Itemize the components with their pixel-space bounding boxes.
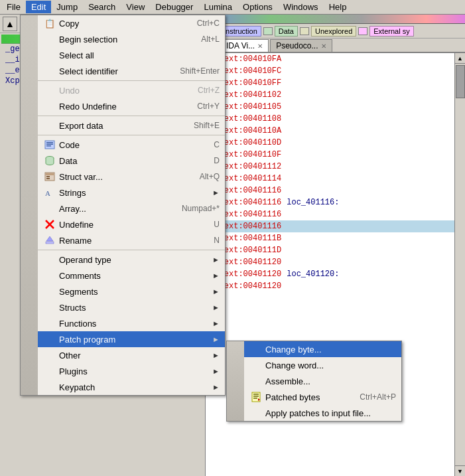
menu-item-undefine[interactable]: Undefine U (38, 216, 225, 232)
menu-item-undefine-shortcut: U (214, 220, 220, 229)
menubar-item-view[interactable]: View (121, 1, 150, 13)
menubar-item-lumina[interactable]: Lumina (198, 1, 237, 13)
menu-item-keypatch-arrow: ► (212, 383, 220, 391)
patch-submenu: Change byte... Change word... Assemble..… (226, 341, 402, 422)
svg-rect-2 (46, 144, 53, 145)
submenu-item-patched-bytes[interactable]: Patched bytes Ctrl+Alt+P (244, 389, 401, 405)
tabs-row: ◻ IDA Vi... ✕ Pseudoco... ✕ (206, 39, 465, 53)
menubar: File Edit Jump Search View Debugger Lumi… (0, 0, 465, 15)
code-line: ●.text:004010FA (206, 53, 454, 65)
svg-rect-8 (46, 178, 50, 179)
scroll-down-arrow[interactable]: ▼ (454, 465, 465, 476)
svg-rect-17 (253, 398, 257, 399)
code-line: ●.text:00401120loc_401120: (206, 268, 454, 280)
menu-item-operand-type-arrow: ► (212, 256, 220, 264)
submenu-item-apply-patches[interactable]: Apply patches to input file... (244, 405, 401, 421)
tab-ida-view[interactable]: IDA Vi... ✕ (220, 39, 269, 52)
menu-item-segments-label: Segments (59, 287, 212, 297)
nav-bar (206, 15, 465, 24)
scroll-up-arrow[interactable]: ▲ (454, 53, 465, 64)
menu-item-undo[interactable]: Undo Ctrl+Z (38, 82, 225, 98)
svg-rect-15 (253, 394, 259, 395)
svg-rect-1 (46, 142, 53, 143)
menu-item-code-label: Code (59, 140, 214, 150)
menu-item-code-shortcut: C (214, 140, 220, 149)
submenu-item-change-byte-label: Change byte... (265, 345, 396, 355)
menu-item-copy[interactable]: 📋 Copy Ctrl+C (38, 15, 225, 31)
menu-item-other-label: Other (59, 351, 212, 360)
menu-item-struct-var-label: Struct var... (59, 172, 200, 182)
menubar-item-edit[interactable]: Edit (26, 1, 51, 13)
menu-item-array[interactable]: Array... Numpad+* (38, 200, 225, 216)
code-line: ●.text:00401116loc_401116: (206, 197, 454, 208)
menu-item-export-data-shortcut: Shift+E (194, 121, 220, 130)
menu-item-segments[interactable]: Segments ► (38, 283, 225, 299)
menubar-item-options[interactable]: Options (237, 1, 278, 13)
submenu-item-assemble[interactable]: Assemble... (244, 373, 401, 389)
instr-tag-data: Data (275, 26, 298, 37)
menu-item-code[interactable]: Code C (38, 137, 225, 153)
menu-item-begin-selection[interactable]: Begin selection Alt+L (38, 31, 225, 47)
svg-rect-3 (46, 145, 51, 147)
tab-pseudocode-close[interactable]: ✕ (321, 42, 326, 50)
code-line: ●.text:00401114 (206, 173, 454, 185)
menubar-item-file[interactable]: File (1, 1, 26, 13)
scroll-thumb[interactable] (456, 65, 465, 98)
edit-menu: 📋 Copy Ctrl+C Begin selection Alt+L Sele… (20, 15, 226, 396)
menu-item-structs-arrow: ► (212, 303, 220, 311)
submenu-item-change-word[interactable]: Change word... (244, 357, 401, 373)
menubar-item-search[interactable]: Search (83, 1, 121, 13)
menu-item-select-identifier[interactable]: Select identifier Shift+Enter (38, 63, 225, 79)
menu-item-keypatch-label: Keypatch (59, 382, 212, 392)
menu-item-undo-label: Undo (59, 86, 198, 96)
menu-item-undo-shortcut: Ctrl+Z (198, 86, 220, 95)
menu-item-comments[interactable]: Comments ► (38, 268, 225, 283)
menu-item-strings-arrow: ► (212, 189, 220, 197)
menu-item-export-data[interactable]: Export data Shift+E (38, 118, 225, 133)
menu-item-functions[interactable]: Functions ► (38, 315, 225, 331)
menubar-item-windows[interactable]: Windows (278, 1, 324, 13)
menu-item-strings-label: Strings (59, 188, 212, 198)
submenu-item-change-byte[interactable]: Change byte... (244, 341, 401, 357)
menu-item-plugins[interactable]: Plugins ► (38, 363, 225, 379)
code-line: ●.text:00401102 (206, 89, 454, 101)
tab-pseudocode[interactable]: Pseudoco... ✕ (270, 39, 332, 52)
menubar-item-help[interactable]: Help (324, 1, 352, 13)
submenu-item-apply-patches-label: Apply patches to input file... (265, 408, 396, 418)
menu-item-redo-undefine[interactable]: Redo Undefine Ctrl+Y (38, 98, 225, 114)
svg-rect-16 (253, 396, 259, 397)
menu-item-patch-program[interactable]: Patch program ► (38, 331, 225, 347)
menu-item-copy-shortcut: Ctrl+C (197, 19, 220, 28)
menu-item-data[interactable]: Data D (38, 153, 225, 169)
svg-rect-12 (46, 242, 54, 244)
submenu-item-patched-bytes-shortcut: Ctrl+Alt+P (360, 392, 396, 402)
menu-item-rename[interactable]: Rename N (38, 232, 225, 248)
menu-item-copy-label: Copy (59, 19, 197, 29)
code-line: ●.text:0040111B (206, 232, 454, 244)
code-line: ●.text:0040110D (206, 137, 454, 149)
menu-item-data-label: Data (59, 156, 214, 166)
menu-item-struct-var[interactable]: Struct var... Alt+Q (38, 169, 225, 185)
menu-item-patch-program-arrow: ► (212, 335, 220, 343)
instr-tag-external: External sy (369, 26, 413, 37)
code-line-highlighted: ●.text:00401116 (206, 220, 454, 232)
menu-item-operand-type-label: Operand type (59, 255, 212, 265)
code-line: ●.text:004010FF (206, 77, 454, 89)
menu-item-structs-label: Structs (59, 303, 212, 313)
menu-item-other[interactable]: Other ► (38, 347, 225, 363)
menu-item-strings[interactable]: A Strings ► (38, 185, 225, 200)
menubar-item-jump[interactable]: Jump (51, 1, 83, 13)
menu-item-keypatch[interactable]: Keypatch ► (38, 379, 225, 395)
menu-item-operand-type[interactable]: Operand type ► (38, 252, 225, 268)
menu-item-structs[interactable]: Structs ► (38, 299, 225, 315)
code-line: ●.text:0040111D (206, 244, 454, 256)
menu-item-select-identifier-shortcut: Shift+Enter (180, 66, 220, 76)
svg-marker-13 (46, 236, 53, 241)
menu-item-struct-var-shortcut: Alt+Q (200, 172, 220, 181)
menu-item-select-all[interactable]: Select all (38, 47, 225, 63)
code-line: ●.text:00401120 (206, 256, 454, 268)
menu-item-redo-undefine-label: Redo Undefine (59, 102, 197, 112)
menubar-item-debugger[interactable]: Debugger (150, 1, 198, 13)
menu-item-array-label: Array... (59, 204, 182, 214)
tab-ida-view-close[interactable]: ✕ (257, 42, 263, 50)
